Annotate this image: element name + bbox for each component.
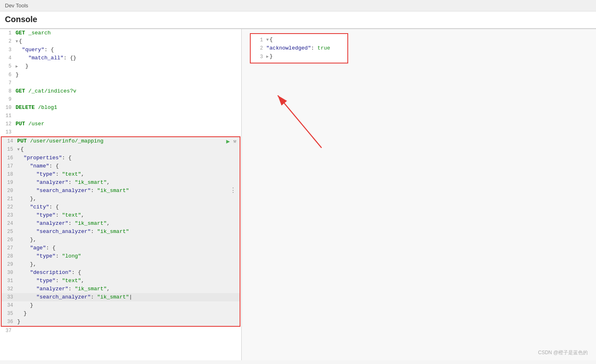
line-10: 10 DELETE /blog1 <box>0 104 241 112</box>
line-9: 9 <box>0 95 241 104</box>
line-13: 13 <box>0 128 241 136</box>
line-1: 1 GET _search <box>0 29 241 37</box>
wrench-button[interactable]: ⚒ <box>233 138 236 145</box>
response-line-1: 1 ▼{ <box>251 36 347 44</box>
line-20: 20 "search_analyzer": "ik_smart" ⋮ <box>2 187 240 195</box>
console-label: Console <box>5 15 37 24</box>
line-15: 15 ▼{ <box>2 145 240 154</box>
line-11: 11 <box>0 112 241 120</box>
line-8: 8 GET /_cat/indices?v <box>0 87 241 95</box>
line-26: 26 }, <box>2 236 240 244</box>
line-21: 21 }, <box>2 195 240 203</box>
response-box: 1 ▼{ 2 "acknowledged": true 3 ▶} <box>250 33 348 63</box>
run-button[interactable]: ▶ <box>226 138 230 145</box>
line-37: 37 <box>0 327 241 335</box>
right-panel: 1 ▼{ 2 "acknowledged": true 3 ▶} <box>242 29 596 360</box>
line-27: 27 "age": { <box>2 244 240 252</box>
more-options-button[interactable]: ⋮ <box>230 187 236 195</box>
line-16: 16 "properties": { <box>2 154 240 162</box>
line-18: 18 "type": "text", <box>2 170 240 179</box>
line-19: 19 "analyzer": "ik_smart", <box>2 179 240 187</box>
line-5: 5 ▶ } <box>0 62 241 71</box>
line-31: 31 "type": "text", <box>2 277 240 285</box>
line-35: 35 } <box>2 310 240 318</box>
block-toolbar: ▶ ⚒ <box>226 137 236 145</box>
line-23: 23 "type": "text", <box>2 211 240 219</box>
line-17: 17 "name": { <box>2 162 240 170</box>
line-22: 22 "city": { <box>2 203 240 211</box>
line-28: 28 "type": "long" <box>2 252 240 260</box>
line-34: 34 } <box>2 301 240 310</box>
line-14: 14 PUT /user/userinfo/_mapping <box>2 137 240 145</box>
svg-line-1 <box>278 95 322 148</box>
arrow-svg <box>242 29 596 360</box>
main-content: 1 GET _search 2 ▼{ 3 "query": { 4 "match… <box>0 29 596 360</box>
line-25: 25 "search_analyzer": "ik_smart" <box>2 228 240 236</box>
response-line-3: 3 ▶} <box>251 52 347 61</box>
code-editor[interactable]: 1 GET _search 2 ▼{ 3 "query": { 4 "match… <box>0 29 241 360</box>
line-6: 6 } <box>0 71 241 79</box>
line-33: 33 "search_analyzer": "ik_smart"| <box>2 293 240 301</box>
line-30: 30 "description": { <box>2 269 240 277</box>
title-label: Dev Tools <box>5 2 28 9</box>
console-header: Console <box>0 11 596 29</box>
line-12: 12 PUT /user <box>0 120 241 128</box>
line-29: 29 }, <box>2 260 240 269</box>
selected-block: 14 PUT /user/userinfo/_mapping ▶ ⚒ 15 ▼{… <box>1 136 240 327</box>
line-3: 3 "query": { <box>0 46 241 54</box>
line-24: 24 "analyzer": "ik_smart", <box>2 219 240 228</box>
line-14-wrapper: 14 PUT /user/userinfo/_mapping ▶ ⚒ <box>2 137 240 145</box>
line-2: 2 ▼{ <box>0 37 241 46</box>
line-7: 7 <box>0 79 241 87</box>
left-panel: 1 GET _search 2 ▼{ 3 "query": { 4 "match… <box>0 29 242 360</box>
watermark: CSDN @橙子是蓝色的 <box>538 349 588 356</box>
title-bar: Dev Tools <box>0 0 596 11</box>
response-line-2: 2 "acknowledged": true <box>251 44 347 52</box>
line-36: 36 } <box>2 318 240 326</box>
line-32: 32 "analyzer": "ik_smart", <box>2 285 240 293</box>
line-4: 4 "match_all": {} <box>0 54 241 62</box>
